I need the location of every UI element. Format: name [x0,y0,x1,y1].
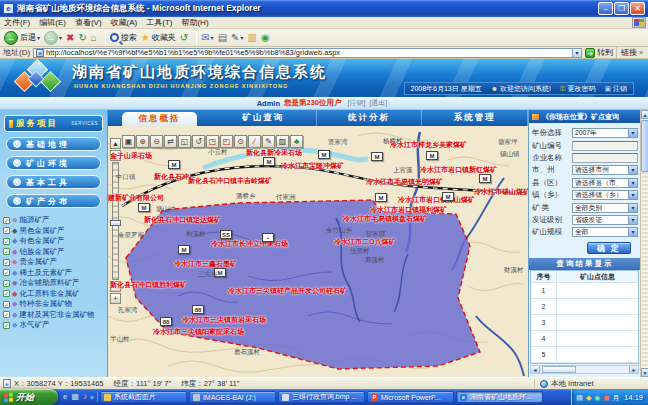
field-input[interactable] [572,153,638,163]
strip-exit-link[interactable]: [退出] [369,98,387,108]
sidebar-group-3[interactable]: 基本工具 [6,175,101,189]
table-row[interactable]: 3 [531,315,638,331]
checkbox-checked-icon[interactable] [3,290,10,297]
mine-marker[interactable]: M [263,157,275,166]
select-tool[interactable]: ▣ [122,135,135,148]
links-bar[interactable]: 链接 [616,47,645,58]
tab-信息概括[interactable]: 信息概括 [122,112,197,126]
draw-tool[interactable]: ✎ [262,135,275,148]
mineral-layer-item[interactable]: ◆黑色金属矿产 [3,226,106,237]
scroll-right-icon[interactable]: ► [629,366,638,373]
close-button[interactable] [630,2,645,15]
mineral-layer-item[interactable]: ◆特种非金属矿物 [3,299,106,310]
mine-marker[interactable]: SS [220,230,232,239]
scroll-up-icon[interactable]: ▲ [641,110,648,119]
printer-tray-icon[interactable]: ▤ [576,393,583,402]
menu-item[interactable]: 文件(F) [4,17,30,28]
media-quicklaunch-icon[interactable]: ♪ [83,392,87,402]
refresh-button[interactable]: ↻ [78,31,86,45]
checkbox-checked-icon[interactable] [3,259,10,266]
mine-marker[interactable]: 88 [192,305,204,314]
panel-horizontal-scrollbar[interactable]: ◄ ► [530,365,639,374]
chevron-down-icon[interactable] [628,166,637,174]
discuss-button[interactable]: ▥ [247,31,256,45]
mine-marker[interactable]: M [168,160,180,169]
pan-north-icon[interactable]: ▲ [110,138,121,149]
checkbox-checked-icon[interactable] [3,238,10,245]
field-select[interactable]: 请选择市州 [572,165,638,175]
clock[interactable]: 14:19 [624,393,643,402]
checkbox-checked-icon[interactable] [3,269,10,276]
chevron-down-icon[interactable] [628,228,637,236]
stop-button[interactable]: ✖ [66,31,74,45]
address-dropdown-icon[interactable] [573,48,582,58]
menu-item[interactable]: 编辑(E) [39,17,66,28]
mine-marker[interactable]: M [178,245,190,254]
field-select[interactable]: 请选择县（市、 [572,178,638,188]
scroll-thumb[interactable] [542,366,576,373]
go-button[interactable]: 转到 [585,47,613,58]
mineral-layer-item[interactable]: ◆水气矿产 [3,320,106,331]
select-rect-tool[interactable]: ◳ [206,135,219,148]
tab-系统管理[interactable]: 系统管理 [422,110,528,126]
mineral-layer-item[interactable]: ◆稀土及元素矿产 [3,268,106,279]
menu-item[interactable]: 查看(V) [75,17,102,28]
volume-tray-icon[interactable]: ◉ [594,393,600,402]
mine-marker[interactable]: M [442,192,454,201]
search-button[interactable]: 搜索 [110,32,137,43]
pan-south-icon[interactable]: + [110,293,121,304]
favorites-button[interactable]: ★收藏夹 [141,31,176,45]
field-select[interactable]: 2007年 [572,128,638,138]
submit-button[interactable]: 确 定 [587,242,631,254]
measure-tool[interactable]: ∕ [248,135,261,148]
print-button[interactable]: ▤ [218,31,227,45]
mine-marker[interactable]: 88 [160,317,172,326]
chevron-down-icon[interactable] [628,191,637,199]
strip-logout-link[interactable]: [注销] [348,98,366,108]
table-row[interactable]: 2 [531,299,638,315]
field-input[interactable] [572,141,638,151]
chevron-down-icon[interactable] [628,179,637,187]
zoom-slider-thumb[interactable] [110,220,121,226]
field-select[interactable]: 省级发证 [572,215,638,225]
checkbox-checked-icon[interactable] [3,311,10,318]
mineral-layer-item[interactable]: ◆建材及其它非金属矿物 [3,310,106,321]
table-row[interactable]: 4 [531,331,638,347]
tab-矿山查询[interactable]: 矿山查询 [211,110,317,126]
sidebar-group-4[interactable]: 矿产分布 [6,194,101,208]
scroll-thumb[interactable] [641,120,648,172]
field-select[interactable]: 全部 [572,227,638,237]
mine-marker[interactable]: M [318,150,330,159]
erase-tool[interactable]: ▨ [276,135,289,148]
scroll-left-icon[interactable]: ◄ [531,366,540,373]
mine-marker[interactable]: M [375,193,387,202]
maximize-button[interactable] [614,2,629,15]
scroll-down-icon[interactable]: ▼ [641,368,648,377]
task-button[interactable]: IMAGES-BAI (J:) [189,391,276,403]
menu-item[interactable]: 帮助(H) [181,17,208,28]
desktop-quicklaunch-icon[interactable]: ▦ [71,392,79,402]
menu-item[interactable]: 收藏(A) [111,17,138,28]
checkbox-checked-icon[interactable] [3,248,10,255]
change-password-link[interactable]: ⚿更改密码 [560,84,595,94]
task-button[interactable]: e湖南省矿山地质环... [456,391,543,403]
minimize-button[interactable] [598,2,613,15]
mineral-layer-item[interactable]: ◆铂族金属矿产 [3,247,106,258]
update-shield-tray-icon[interactable]: ◆ [586,393,591,402]
mineral-layer-item[interactable]: ◆冶金辅助原料矿产 [3,278,106,289]
clear-rect-tool[interactable]: ◰ [220,135,233,148]
mineral-layer-item[interactable]: ◆有色金属矿产 [3,236,106,247]
mineral-layer-item[interactable]: ◆化工原料非金属矿 [3,289,106,300]
mineral-layer-item[interactable]: ◆贵金属矿产 [3,257,106,268]
home-button[interactable]: ⌂ [91,31,97,45]
address-input[interactable]: e http://localhost/%e7%9f%bf%e5%b1%b1%e5… [33,48,573,58]
checkbox-checked-icon[interactable] [3,322,10,329]
table-row[interactable]: 5 [531,347,638,363]
chevron-down-icon[interactable] [628,204,637,212]
pan-tool[interactable]: ⇄ [164,135,177,148]
full-extent-tool[interactable]: ◱ [178,135,191,148]
zoom-out-tool[interactable]: ⊖ [150,135,163,148]
menu-item[interactable]: 工具(T) [146,17,172,28]
mine-marker[interactable]: M [426,151,438,160]
layers-tool[interactable]: ♣ [290,135,303,148]
